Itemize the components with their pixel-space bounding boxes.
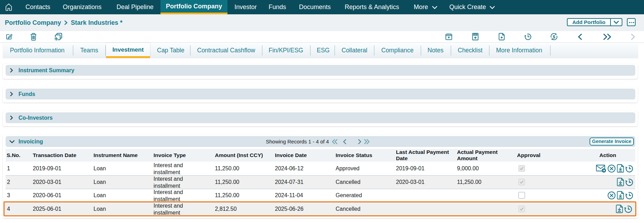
svg-text:$: $	[553, 35, 555, 39]
